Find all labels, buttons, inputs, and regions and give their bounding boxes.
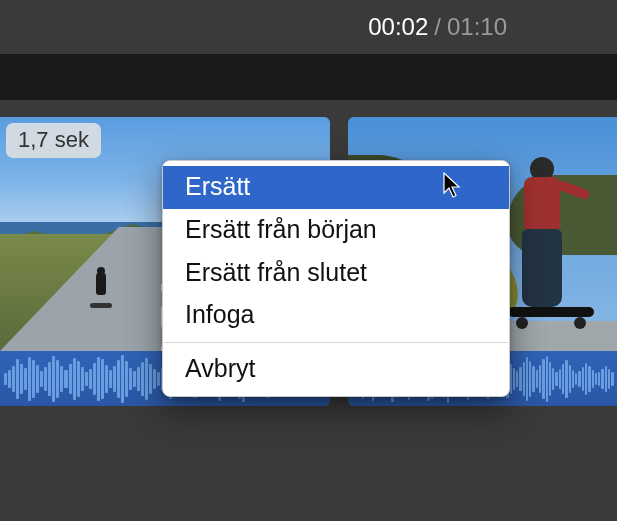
menu-separator bbox=[164, 342, 508, 343]
menu-item-replace-from-start[interactable]: Ersätt från början bbox=[163, 209, 509, 252]
menu-item-replace-from-end[interactable]: Ersätt från slutet bbox=[163, 252, 509, 295]
time-current: 00:02 bbox=[368, 13, 428, 41]
time-total: 01:10 bbox=[447, 13, 507, 41]
clip-duration-badge: 1,7 sek bbox=[6, 123, 101, 158]
time-separator: / bbox=[434, 13, 441, 41]
timeline-track[interactable]: 1,7 sek Ersätt Ersätt från början Ersätt… bbox=[0, 100, 617, 480]
menu-item-cancel[interactable]: Avbryt bbox=[163, 348, 509, 391]
menu-item-replace[interactable]: Ersätt bbox=[163, 166, 509, 209]
context-menu: Ersätt Ersätt från början Ersätt från sl… bbox=[162, 160, 510, 397]
menu-item-insert[interactable]: Infoga bbox=[163, 294, 509, 337]
timecode-bar: 00:02 / 01:10 bbox=[0, 0, 617, 54]
toolbar-strip bbox=[0, 54, 617, 100]
